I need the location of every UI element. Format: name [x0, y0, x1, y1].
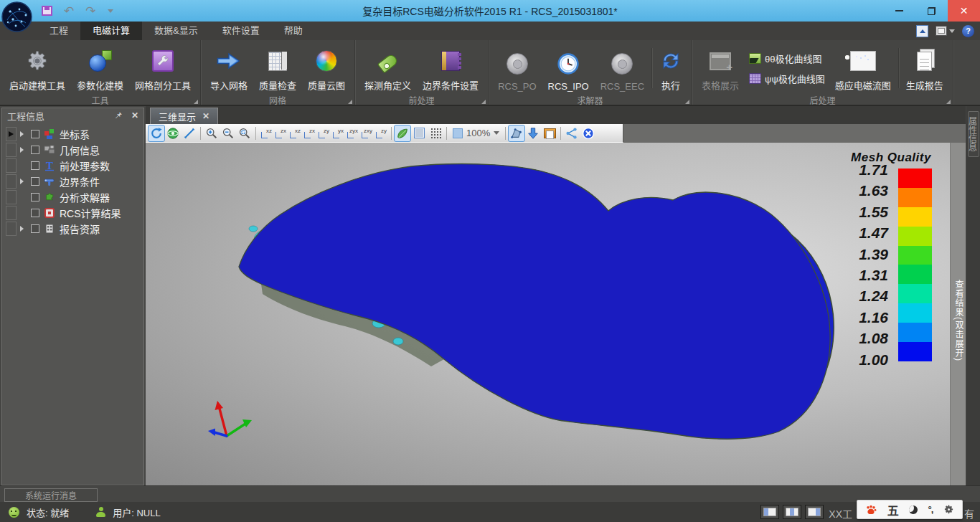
theta-polarization-curve-button[interactable]: θθ极化曲线图	[749, 52, 825, 65]
axis-view-zyx-icon[interactable]: zyx	[345, 126, 359, 141]
checkbox[interactable]	[31, 161, 39, 170]
axis-view-xz-icon[interactable]: xz	[288, 126, 302, 141]
induced-current-map-button[interactable]: 感应电磁流图	[829, 42, 897, 94]
zoom-level-control[interactable]: 100%	[450, 128, 502, 138]
clear-view-icon[interactable]	[580, 125, 596, 141]
import-mesh-button[interactable]: 导入网格	[204, 42, 253, 94]
solver-rcs-ipo-button[interactable]: RCS_IPO	[542, 42, 595, 94]
axis-view-zx-icon[interactable]: zx	[302, 126, 316, 141]
redo-icon[interactable]: ↷	[85, 5, 95, 17]
tree-item-rcs-results[interactable]: RCS计算结果	[2, 205, 143, 221]
tree-item-geometry-info[interactable]: 几何信息	[2, 142, 143, 158]
axis-view-zy-icon[interactable]: zy	[374, 126, 388, 141]
checkbox[interactable]	[31, 177, 39, 186]
panel-close-icon[interactable]: ✕	[131, 110, 138, 120]
tree-item-report-resources[interactable]: 报告资源	[2, 221, 143, 237]
tree-item-analysis-solver[interactable]: 分析求解器	[2, 189, 143, 205]
table-display-button[interactable]: 表格展示	[696, 42, 745, 94]
ime-mode-button[interactable]: 五	[887, 501, 899, 518]
surface-icon[interactable]	[411, 125, 427, 141]
ime-punctuation-button[interactable]: °,	[928, 504, 933, 515]
layout-left-panel-button[interactable]	[760, 505, 779, 519]
expander-icon[interactable]	[20, 179, 27, 184]
checkbox[interactable]	[31, 130, 39, 138]
expander-icon[interactable]	[20, 147, 27, 153]
boundary-settings-button[interactable]: 边界条件设置	[417, 42, 484, 94]
ribbon-button-label: 探测角定义	[364, 78, 411, 92]
expander-icon[interactable]	[20, 131, 27, 137]
group-expand-icon[interactable]	[194, 100, 198, 104]
checkbox[interactable]	[31, 146, 39, 154]
results-side-tab[interactable]: 查看结果(双击展开)	[950, 143, 966, 485]
layout-center-panel-button[interactable]	[783, 505, 801, 519]
orbit-icon[interactable]	[165, 125, 181, 141]
tab-close-icon[interactable]: ✕	[202, 111, 209, 121]
group-expand-icon[interactable]	[348, 100, 352, 104]
execute-button[interactable]: 执行	[654, 42, 688, 94]
tree-item-preprocess-params[interactable]: T 前处理参数	[2, 158, 143, 174]
system-messages-tab[interactable]: 系统运行消息	[4, 488, 98, 502]
toolbar-dropdown-icon[interactable]	[108, 9, 113, 13]
tree-gutter	[6, 143, 17, 157]
axis-view-xz-icon[interactable]: xz	[259, 126, 273, 141]
menu-tab-project[interactable]: 工程	[37, 22, 80, 40]
scene-tree-icon[interactable]	[542, 125, 557, 141]
ime-fullhalf-moon-icon[interactable]	[909, 506, 918, 514]
probe-angle-button[interactable]: 探测角定义	[359, 42, 417, 94]
close-button[interactable]: ✕	[948, 0, 980, 22]
group-expand-icon[interactable]	[946, 100, 951, 104]
undo-icon[interactable]: ↶	[64, 5, 74, 17]
axis-view-zy-icon[interactable]: zy	[316, 126, 331, 141]
grid-points-icon[interactable]	[428, 125, 443, 141]
legend-color-block	[898, 188, 932, 207]
rotate-icon[interactable]	[149, 125, 164, 141]
zoom-out-icon[interactable]	[220, 125, 236, 141]
polygon-select-icon[interactable]	[509, 125, 524, 141]
app-logo-icon[interactable]	[1, 1, 32, 32]
quality-cloud-button[interactable]: 质量云图	[302, 42, 351, 94]
scale-arrow-icon[interactable]	[182, 125, 197, 141]
checkbox[interactable]	[31, 209, 39, 217]
checkbox[interactable]	[31, 193, 39, 201]
zoom-in-icon[interactable]	[204, 125, 220, 141]
checkbox[interactable]	[31, 224, 39, 233]
window-style-button[interactable]	[936, 26, 955, 36]
footer-text-right: 有	[964, 506, 974, 521]
restore-button[interactable]	[915, 0, 948, 22]
layout-right-panel-button[interactable]	[805, 505, 824, 519]
menu-tab-help[interactable]: 帮助	[272, 22, 315, 40]
launch-modeling-tool-button[interactable]: 启动建模工具	[4, 42, 71, 94]
psi-polarization-curve-button[interactable]: ψψ极化曲线图	[749, 72, 825, 85]
collapse-ribbon-icon[interactable]	[916, 25, 928, 37]
axis-view-zxy-icon[interactable]: zxy	[359, 126, 374, 141]
help-icon[interactable]: ?	[962, 25, 974, 37]
quality-check-button[interactable]: 质量检查	[253, 42, 302, 94]
viewport-3d-canvas[interactable]: Mesh Quality 1.711.631.551.471.391.311.2…	[146, 143, 966, 485]
render-leaf-icon[interactable]	[395, 125, 410, 141]
share-icon[interactable]	[564, 125, 580, 141]
solver-rcs-po-button[interactable]: RCS_PO	[492, 42, 542, 94]
menu-tab-data-display[interactable]: 数据&显示	[142, 22, 210, 40]
axis-view-yx-icon[interactable]: yx	[331, 126, 345, 141]
pin-icon[interactable]: 📌︎	[114, 110, 123, 120]
parametric-modeling-button[interactable]: 参数化建模	[71, 42, 129, 94]
menu-tab-em-compute[interactable]: 电磁计算	[80, 22, 142, 40]
zoom-fit-icon[interactable]	[237, 125, 253, 141]
solver-rcs-eec-button[interactable]: RCS_EEC	[595, 42, 650, 94]
arrow-down-icon[interactable]	[525, 125, 541, 141]
tab-3d-display[interactable]: 三维显示 ✕	[150, 108, 218, 124]
minimize-button[interactable]	[883, 0, 915, 22]
generate-report-button[interactable]: 生成报告	[900, 42, 949, 94]
tree-item-coordinate-system[interactable]: 坐标系	[2, 126, 143, 142]
group-expand-icon[interactable]	[481, 100, 486, 104]
mesh-partition-tool-button[interactable]: 网格剖分工具	[129, 42, 197, 94]
tree-item-boundary-conditions[interactable]: 边界条件	[2, 174, 143, 189]
axis-view-zx-icon[interactable]: zx	[273, 126, 288, 141]
ime-brand-paw-icon[interactable]	[865, 504, 877, 516]
expander-icon[interactable]	[20, 226, 27, 232]
menu-tab-settings[interactable]: 软件设置	[210, 22, 272, 40]
ime-settings-gear-icon[interactable]	[943, 504, 954, 515]
properties-side-tab[interactable]: 属性信息	[968, 111, 979, 157]
group-expand-icon[interactable]	[685, 100, 689, 104]
save-icon[interactable]	[42, 6, 52, 16]
